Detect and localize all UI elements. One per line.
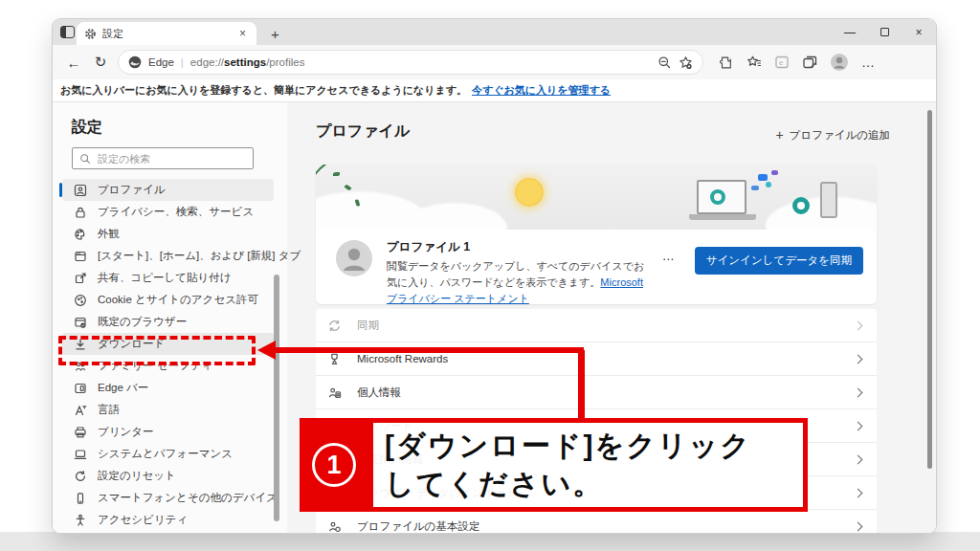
page-scrollbar[interactable] — [927, 110, 932, 469]
settings-sidebar: 設定 プロファイル プライバシー、検索、サービス — [53, 102, 287, 533]
profile-preferences-icon — [327, 519, 342, 534]
gear-icon — [84, 28, 97, 40]
signin-sync-button[interactable]: サインインしてデータを同期 — [695, 247, 863, 275]
chevron-right-icon — [854, 354, 863, 364]
sun-illustration — [515, 178, 544, 207]
back-button[interactable]: ← — [62, 55, 85, 71]
browser-window: 設定 × + — × ← ↻ Edge | edge://settings/pr… — [53, 19, 936, 533]
phone-illustration — [820, 182, 837, 218]
sidebar-item-accessibility[interactable]: アクセシビリティ — [62, 509, 274, 531]
edge-split-screen-icon[interactable]: e — [774, 55, 790, 70]
sidebar-item-system-performance[interactable]: システムとパフォーマンス — [62, 443, 274, 465]
share-icon — [74, 272, 87, 285]
maximize-icon — [880, 28, 889, 36]
favorites-hub-icon[interactable] — [746, 55, 762, 70]
settings-search-box[interactable] — [72, 147, 254, 169]
chevron-right-icon — [854, 454, 863, 464]
search-icon — [79, 153, 91, 165]
plus-icon: + — [775, 127, 783, 143]
sidebar-item-languages[interactable]: 言語 — [62, 399, 274, 421]
chevron-right-icon — [854, 521, 863, 531]
title-bar: 設定 × + — × — [53, 19, 936, 45]
refresh-button[interactable]: ↻ — [89, 54, 112, 71]
sidebar-item-phone-devices[interactable]: スマートフォンとその他のデバイス — [62, 487, 274, 509]
sidebar-item-default-browser[interactable]: 既定のブラウザー — [62, 311, 274, 333]
chevron-right-icon — [854, 387, 863, 397]
zoom-out-icon[interactable] — [657, 55, 672, 70]
sidebar-item-cookies-permissions[interactable]: Cookie とサイトのアクセス許可 — [62, 289, 274, 311]
reset-icon — [74, 470, 87, 483]
sidebar-item-privacy[interactable]: プライバシー、検索、サービス — [62, 201, 274, 223]
profile-card: プロファイル 1 閲覧データをバックアップし、すべてのデバイスでお気に入り、パス… — [316, 165, 877, 304]
sidebar-item-start-home-newtab[interactable]: [スタート]、[ホーム]、および [新規] タブ — [62, 245, 274, 267]
add-favorite-icon[interactable] — [679, 55, 693, 70]
step-number: 1 — [312, 443, 356, 487]
engine-label: Edge — [148, 56, 174, 68]
sidebar-item-reset-settings[interactable]: 設定のリセット — [62, 465, 274, 487]
close-button[interactable]: × — [902, 19, 936, 45]
rewards-trophy-icon — [327, 352, 342, 366]
profile-more-button[interactable]: … — [662, 249, 676, 263]
url-text: edge://settings/profiles — [190, 56, 305, 68]
edge-logo-icon — [128, 55, 142, 69]
annotation-dashed-target-box — [58, 336, 256, 365]
chevron-right-icon — [854, 488, 863, 497]
edge-bar-icon — [74, 382, 87, 395]
accessibility-icon — [74, 514, 87, 527]
sidebar-scrollbar[interactable] — [274, 275, 279, 521]
tab-title: 設定 — [102, 27, 231, 41]
new-tab-button[interactable]: + — [265, 26, 285, 42]
sidebar-item-profiles[interactable]: プロファイル — [62, 179, 274, 201]
sync-icon — [327, 319, 342, 333]
add-profile-button[interactable]: + プロファイルの追加 — [775, 127, 890, 143]
svg-text:e: e — [779, 58, 784, 67]
annotation-step-badge: 1 — [304, 423, 373, 507]
browser-tab-settings[interactable]: 設定 × — [77, 22, 256, 45]
address-bar[interactable]: Edge | edge://settings/profiles — [118, 50, 703, 75]
chevron-right-icon — [854, 421, 863, 430]
annotation-arrow-line-vertical — [578, 350, 585, 419]
profile-icon — [74, 184, 87, 197]
search-input[interactable] — [98, 153, 232, 165]
sidebar-item-appearance[interactable]: 外観 — [62, 223, 274, 245]
row-personal-info[interactable]: 個人情報 — [316, 376, 877, 409]
chevron-right-icon — [854, 320, 863, 330]
profile-name: プロファイル 1 — [387, 239, 649, 255]
lock-icon — [74, 206, 87, 219]
minimize-button[interactable]: — — [833, 19, 867, 45]
extensions-icon[interactable] — [719, 55, 734, 70]
smartphone-icon — [74, 492, 87, 505]
browser-check-icon — [74, 316, 87, 329]
profile-description: 閲覧データをバックアップし、すべてのデバイスでお気に入り、パスワードなどを表示で… — [387, 258, 649, 304]
row-sync[interactable]: 同期 — [316, 309, 877, 342]
row-profile-preferences[interactable]: プロファイルの基本設定 — [316, 510, 877, 533]
tab-workspaces-icon[interactable] — [60, 26, 75, 38]
toolbar: ← ↻ Edge | edge://settings/profiles — [53, 45, 936, 79]
manage-favorites-link[interactable]: 今すぐお気に入りを管理する — [472, 83, 611, 98]
page-title: プロファイル — [316, 121, 410, 142]
personal-info-icon — [327, 386, 342, 400]
settings-more-icon[interactable]: … — [861, 55, 876, 70]
profile-avatar-icon[interactable] — [830, 53, 849, 72]
page-background-band — [0, 532, 980, 551]
annotation-text: [ダウンロード]をクリック してください。 — [373, 423, 803, 507]
palette-icon — [74, 228, 87, 241]
cookie-icon — [74, 294, 87, 307]
maximize-button[interactable] — [867, 19, 902, 45]
profile-banner-image — [316, 165, 877, 230]
sidebar-item-share-copy-paste[interactable]: 共有、コピーして貼り付け — [62, 267, 274, 289]
sidebar-item-edge-bar[interactable]: Edge バー — [62, 377, 274, 399]
notification-text: お気に入りバーにお気に入りを登録すると、簡単にアクセスできるようになります。 — [60, 83, 467, 98]
annotation-callout: 1 [ダウンロード]をクリック してください。 — [300, 418, 808, 512]
profile-avatar — [335, 239, 373, 277]
printer-icon — [74, 426, 87, 439]
tabs-icon — [74, 250, 87, 263]
collections-icon[interactable] — [802, 55, 817, 70]
tab-close-icon[interactable]: × — [236, 27, 249, 40]
language-icon — [74, 404, 87, 417]
sidebar-item-printers[interactable]: プリンター — [62, 421, 274, 443]
sidebar-title: 設定 — [72, 118, 287, 138]
address-divider: | — [181, 56, 184, 68]
laptop-icon — [74, 448, 87, 461]
favorites-notification-bar: お気に入りバーにお気に入りを登録すると、簡単にアクセスできるようになります。 今… — [53, 79, 936, 102]
